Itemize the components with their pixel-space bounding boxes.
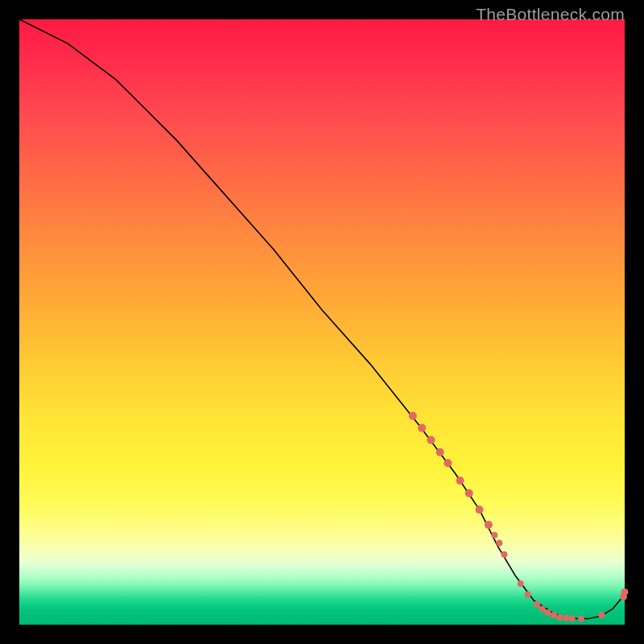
data-point [476,506,484,514]
data-point [491,532,497,539]
chart-overlay [19,19,625,625]
bottleneck-curve [19,19,625,619]
data-point [485,521,493,529]
data-point [569,616,576,622]
data-point [456,477,464,485]
marker-group [409,412,629,622]
data-point [557,614,564,621]
watermark-text: TheBottleneck.com [476,5,625,24]
data-point [418,424,426,432]
data-point [578,616,584,622]
data-point [518,580,524,587]
data-point [409,412,417,420]
data-point [501,551,507,558]
data-point [598,612,605,618]
data-point [551,612,557,618]
data-point [621,588,629,596]
data-point [436,448,444,456]
data-point [539,605,546,612]
data-point [496,540,502,547]
frame: TheBottleneck.com [0,0,644,644]
data-point [545,609,551,616]
data-point [427,436,435,444]
data-point [525,591,531,597]
data-point [444,459,452,467]
data-point [563,615,569,621]
data-point [465,489,473,497]
data-point [534,601,540,607]
